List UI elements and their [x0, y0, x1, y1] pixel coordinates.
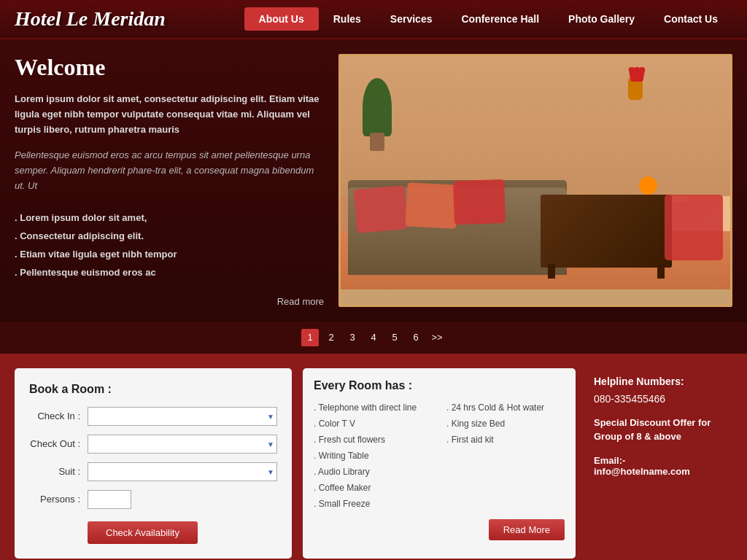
discount-text: Special Discount Offer for Group of 8 & …	[594, 416, 725, 444]
feature-7: Small Freeze	[314, 496, 432, 512]
room-features: Telephone with direct line Color T V Fre…	[314, 400, 565, 512]
book-room-panel: Book a Room : Check In : Check Out : Sui…	[15, 368, 292, 559]
check-in-select[interactable]	[88, 407, 277, 426]
suit-row: Suit :	[29, 462, 277, 481]
nav-conference[interactable]: Conference Hall	[446, 7, 554, 31]
nav-services[interactable]: Services	[376, 7, 447, 31]
page-6[interactable]: 6	[407, 329, 425, 346]
check-in-select-wrapper[interactable]	[88, 407, 277, 426]
secondary-text: Pellentesque euismod eros ac arcu tempus…	[15, 148, 324, 193]
check-out-select[interactable]	[88, 435, 277, 454]
page-next[interactable]: >>	[428, 329, 446, 346]
feature-6: Coffee Maker	[314, 480, 432, 496]
feature-9: King size Bed	[446, 416, 565, 432]
welcome-title: Welcome	[15, 54, 324, 81]
feature-10: First aid kit	[446, 432, 565, 448]
bullet-list: Lorem ipsum dolor sit amet, Consectetur …	[15, 209, 324, 281]
table-leg-left	[548, 264, 555, 279]
check-availability-button[interactable]: Check Availability	[88, 521, 198, 544]
hotel-room-image	[338, 54, 732, 307]
features-col-1: Telephone with direct line Color T V Fre…	[314, 400, 432, 512]
nav-gallery[interactable]: Photo Gallery	[554, 7, 649, 31]
feature-3: Fresh cut flowers	[314, 432, 432, 448]
read-more-left[interactable]: Read more	[15, 296, 324, 307]
check-out-select-wrapper[interactable]	[88, 435, 277, 454]
email-address: info@hotelname.com	[594, 466, 690, 477]
page-4[interactable]: 4	[365, 329, 382, 346]
email-text: Email:- info@hotelname.com	[594, 455, 725, 477]
every-room-panel: Every Room has : Telephone with direct l…	[303, 368, 576, 559]
table-leg-right	[657, 264, 665, 279]
vase-area	[628, 78, 643, 100]
suit-select-wrapper[interactable]	[88, 462, 277, 481]
persons-row: Persons :	[29, 490, 277, 509]
persons-input[interactable]	[88, 490, 131, 509]
feature-1: Telephone with direct line	[314, 400, 432, 416]
nav-about[interactable]: About Us	[244, 7, 319, 31]
suit-label: Suit :	[29, 466, 80, 477]
header: Hotel Le Meridan About Us Rules Services…	[0, 0, 747, 39]
bullet-item-4: Pellentesque euismod eros ac	[15, 263, 324, 281]
nav-rules[interactable]: Rules	[319, 7, 376, 31]
persons-label: Persons :	[29, 494, 80, 505]
content-area: Welcome Lorem ipsum dolor sit amet, cons…	[0, 39, 747, 322]
suit-select[interactable]	[88, 462, 277, 481]
logo: Hotel Le Meridan	[15, 7, 166, 31]
page-1[interactable]: 1	[301, 329, 319, 346]
intro-text: Lorem ipsum dolor sit amet, consectetur …	[15, 92, 324, 137]
coffee-table	[541, 195, 672, 268]
email-label: Email:-	[594, 455, 625, 466]
feature-5: Audio Library	[314, 464, 432, 480]
bullet-item-2: Consectetur adipiscing elit.	[15, 227, 324, 245]
features-col-2: 24 hrs Cold & Hot water King size Bed Fi…	[446, 400, 565, 512]
page-5[interactable]: 5	[386, 329, 403, 346]
cushion-3	[453, 179, 506, 225]
left-panel: Welcome Lorem ipsum dolor sit amet, cons…	[15, 54, 324, 307]
pagination: 1 2 3 4 5 6 >>	[0, 322, 747, 354]
helpline-number: 080-335455466	[594, 393, 725, 405]
helpline-title: Helpline Numbers:	[594, 376, 725, 387]
check-out-label: Check Out :	[29, 438, 80, 449]
nav-contact[interactable]: Contact Us	[649, 7, 732, 31]
bullet-item-3: Etiam vitae ligula eget nibh tempor	[15, 245, 324, 263]
page-3[interactable]: 3	[344, 329, 361, 346]
check-in-label: Check In :	[29, 411, 80, 421]
feature-2: Color T V	[314, 416, 432, 432]
check-in-row: Check In :	[29, 407, 277, 426]
navigation: About Us Rules Services Conference Hall …	[180, 7, 732, 31]
read-more-button[interactable]: Read More	[489, 519, 565, 540]
check-out-row: Check Out :	[29, 435, 277, 454]
bottom-section: Book a Room : Check In : Check Out : Sui…	[0, 354, 747, 560]
room-illustration	[341, 56, 730, 289]
every-room-title: Every Room has :	[314, 379, 565, 392]
decoration-orange	[639, 176, 657, 195]
right-cushion	[665, 195, 723, 260]
bullet-item-1: Lorem ipsum dolor sit amet,	[15, 209, 324, 227]
plant	[363, 78, 392, 136]
cushion-2	[405, 182, 458, 229]
page-2[interactable]: 2	[322, 329, 340, 346]
feature-8: 24 hrs Cold & Hot water	[446, 400, 565, 416]
main-content: Welcome Lorem ipsum dolor sit amet, cons…	[0, 39, 747, 354]
feature-4: Writing Table	[314, 448, 432, 464]
wall	[341, 56, 730, 196]
helpline-panel: Helpline Numbers: 080-335455466 Special …	[587, 368, 732, 559]
cushion-1	[354, 185, 409, 233]
book-room-title: Book a Room :	[29, 383, 277, 396]
